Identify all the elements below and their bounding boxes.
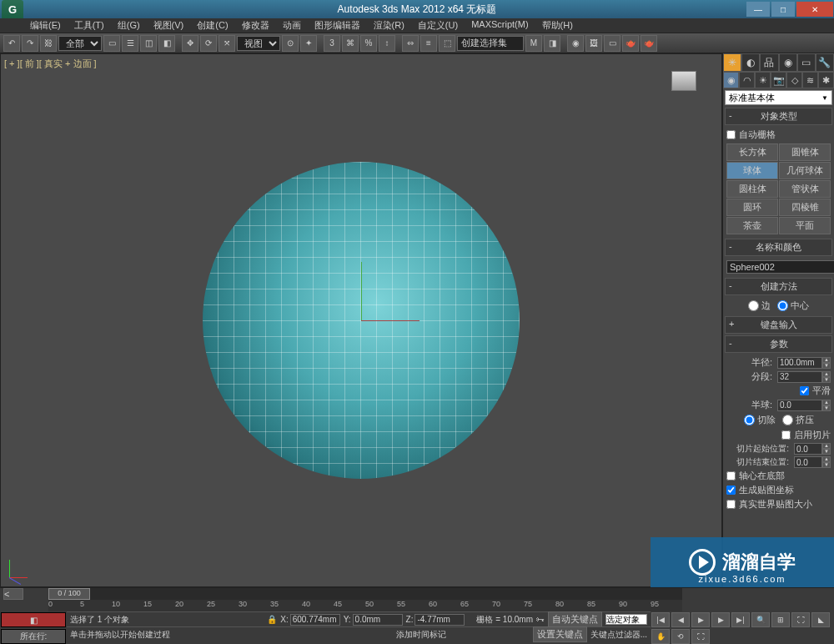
- type-cylinder[interactable]: 圆柱体: [726, 180, 778, 198]
- category-dropdown[interactable]: 标准基本体: [725, 90, 832, 105]
- minimize-button[interactable]: —: [746, 2, 770, 17]
- close-button[interactable]: ✕: [796, 2, 833, 17]
- zoom-ext-button[interactable]: ⛶: [791, 612, 810, 627]
- tab-hierarchy[interactable]: 品: [760, 53, 778, 72]
- type-plane[interactable]: 平面: [779, 217, 831, 234]
- orbit-button[interactable]: ⟲: [671, 629, 690, 644]
- menu-customize[interactable]: 自定义(U): [411, 18, 465, 33]
- rotate-button[interactable]: ⟳: [200, 35, 217, 52]
- pivot-button[interactable]: ⊙: [282, 35, 299, 52]
- type-box[interactable]: 长方体: [726, 143, 778, 161]
- material-editor-button[interactable]: ◉: [567, 35, 584, 52]
- base-pivot-checkbox[interactable]: [726, 471, 736, 480]
- tab-modify[interactable]: ◐: [741, 53, 760, 72]
- location-button[interactable]: 所在行:: [1, 629, 66, 644]
- menu-rendering[interactable]: 渲染(R): [367, 18, 411, 33]
- render-frame-button[interactable]: ▭: [604, 35, 620, 52]
- fov-button[interactable]: ◣: [811, 612, 830, 627]
- gizmo-y-axis[interactable]: [361, 262, 362, 320]
- menu-group[interactable]: 组(G): [111, 18, 147, 33]
- setkey-button[interactable]: 设置关键点: [533, 626, 587, 642]
- subtab-spacewarps[interactable]: ≋: [802, 72, 818, 88]
- window-crossing-button[interactable]: ◧: [158, 35, 175, 52]
- menu-tools[interactable]: 工具(T): [68, 18, 111, 33]
- autogrid-checkbox[interactable]: [726, 130, 736, 139]
- squash-radio[interactable]: [782, 415, 793, 425]
- seg-down[interactable]: ▼: [822, 377, 831, 383]
- subtab-systems[interactable]: ✱: [818, 72, 834, 88]
- named-selection-input[interactable]: [457, 36, 524, 51]
- menu-modifiers[interactable]: 修改器: [235, 18, 276, 33]
- menu-views[interactable]: 视图(V): [147, 18, 191, 33]
- angle-snap-button[interactable]: ⌘: [342, 35, 359, 52]
- scale-button[interactable]: ⤧: [219, 35, 235, 52]
- type-pyramid[interactable]: 四棱锥: [779, 199, 831, 216]
- zoom-all-button[interactable]: ⊞: [771, 612, 790, 627]
- link-button[interactable]: ⛓: [40, 35, 57, 52]
- maximize-button[interactable]: □: [771, 2, 795, 17]
- redo-button[interactable]: ↷: [22, 35, 38, 52]
- lock-icon[interactable]: 🔒: [267, 615, 277, 624]
- rollout-method[interactable]: 创建方法: [725, 278, 832, 295]
- seg-up[interactable]: ▲: [822, 371, 831, 377]
- keymode-dropdown[interactable]: [605, 614, 647, 625]
- autokey-button[interactable]: 自动关键点: [548, 611, 602, 627]
- tab-utilities[interactable]: 🔧: [816, 53, 834, 72]
- menu-maxscript[interactable]: MAXScript(M): [465, 18, 535, 33]
- time-slider-thumb[interactable]: 0 / 100: [48, 588, 90, 600]
- mirror-button[interactable]: ⇔: [402, 35, 419, 52]
- radius-input[interactable]: [777, 357, 822, 369]
- rollout-keyboard[interactable]: 键盘输入: [725, 316, 832, 334]
- refcoord-dropdown[interactable]: 视图: [237, 36, 280, 51]
- tab-motion[interactable]: ◉: [779, 53, 797, 72]
- render-setup-button[interactable]: 🖼: [585, 35, 602, 52]
- time-ruler[interactable]: 0 5 10 15 20 25 30 35 40 45 50 55 60 65 …: [48, 600, 682, 611]
- subtab-geometry[interactable]: ◉: [723, 72, 739, 88]
- snap-button[interactable]: 3: [324, 35, 340, 52]
- subtab-lights[interactable]: ☀: [755, 72, 771, 88]
- type-cone[interactable]: 圆锥体: [779, 143, 831, 161]
- slice-to-input[interactable]: [794, 456, 822, 468]
- radius-down[interactable]: ▼: [822, 363, 831, 369]
- manip-button[interactable]: ✦: [300, 35, 317, 52]
- align-button[interactable]: ≡: [420, 35, 437, 52]
- next-frame-button[interactable]: ▶: [711, 612, 730, 627]
- maximize-viewport-button[interactable]: ⛶: [691, 629, 710, 644]
- time-tag-button[interactable]: 添加时间标记: [396, 629, 446, 641]
- spinner-snap-button[interactable]: ↕: [379, 35, 395, 52]
- real-world-checkbox[interactable]: [726, 500, 736, 509]
- play-button[interactable]: ▶: [691, 612, 710, 627]
- time-slider[interactable]: 0 / 100: [48, 588, 682, 600]
- viewport-label[interactable]: [ + ][ 前 ][ 真实 + 边面 ]: [4, 58, 97, 70]
- script-listener-button[interactable]: ◧: [1, 612, 66, 627]
- schematic-button[interactable]: ◨: [544, 35, 560, 52]
- select-region-button[interactable]: ◫: [140, 35, 157, 52]
- select-button[interactable]: ▭: [103, 35, 120, 52]
- method-center-radio[interactable]: [777, 300, 788, 311]
- chop-radio[interactable]: [744, 415, 755, 425]
- object-name-input[interactable]: [726, 260, 834, 274]
- z-coord-input[interactable]: [414, 614, 465, 626]
- smooth-checkbox[interactable]: [800, 386, 809, 395]
- x-coord-input[interactable]: [290, 614, 340, 626]
- selection-filter[interactable]: 全部: [58, 36, 102, 51]
- percent-snap-button[interactable]: %: [360, 35, 377, 52]
- tab-create[interactable]: ✳: [723, 53, 741, 72]
- type-sphere[interactable]: 球体: [726, 162, 778, 179]
- hemisphere-input[interactable]: [777, 400, 822, 411]
- type-teapot[interactable]: 茶壶: [726, 217, 778, 234]
- subtab-cameras[interactable]: 📷: [771, 72, 786, 88]
- tab-display[interactable]: ▭: [797, 53, 816, 72]
- method-edge-radio[interactable]: [748, 300, 759, 311]
- viewcube[interactable]: [671, 71, 696, 91]
- menu-help[interactable]: 帮助(H): [535, 18, 580, 33]
- type-torus[interactable]: 圆环: [726, 199, 778, 216]
- layer-button[interactable]: ⬚: [439, 35, 455, 52]
- slice-on-checkbox[interactable]: [781, 430, 791, 440]
- menu-create[interactable]: 创建(C): [190, 18, 234, 33]
- subtab-helpers[interactable]: ◇: [786, 72, 802, 88]
- key-icon[interactable]: 🗝: [536, 615, 545, 624]
- gizmo-x-axis[interactable]: [361, 320, 420, 321]
- select-name-button[interactable]: ☰: [122, 35, 138, 52]
- prev-frame-button[interactable]: ◀: [671, 612, 690, 627]
